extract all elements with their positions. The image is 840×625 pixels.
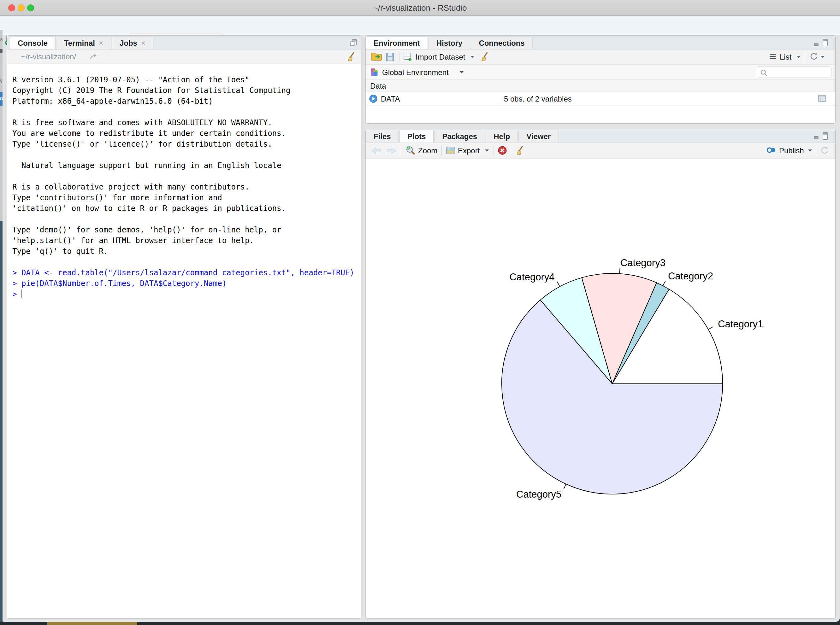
background-bottom-strip (0, 622, 840, 625)
console-line: > DATA <- read.table("/Users/lsalazar/co… (12, 267, 361, 278)
clear-objects-icon[interactable] (480, 51, 490, 63)
refresh-environment-caret[interactable] (821, 56, 824, 60)
tab-plots[interactable]: Plots (399, 130, 434, 143)
expand-object-icon[interactable] (369, 94, 378, 104)
import-dataset-caret[interactable] (471, 56, 474, 60)
tab-label: Files (374, 132, 391, 141)
export-plot-icon[interactable] (446, 146, 455, 156)
save-workspace-icon[interactable] (385, 52, 395, 63)
pie-label: Category4 (509, 272, 555, 283)
column-divider (500, 92, 500, 106)
pane-minmax-icons[interactable] (813, 132, 832, 141)
console-line: You are welcome to redistribute it under… (12, 128, 361, 139)
global-environment-icon (369, 67, 379, 78)
environment-pane: Environment History Connections Import D… (365, 35, 835, 124)
refresh-environment-icon[interactable] (809, 52, 818, 62)
pie-label: Category5 (516, 489, 561, 500)
previous-plot-icon[interactable] (371, 147, 382, 156)
object-value: 5 obs. of 2 variables (504, 95, 572, 103)
console-line (12, 171, 361, 182)
pane-minmax-icons[interactable] (813, 38, 832, 48)
table-row[interactable]: DATA 5 obs. of 2 variables (366, 92, 835, 106)
console-line (12, 214, 361, 224)
goto-directory-icon[interactable] (90, 53, 98, 62)
refresh-plot-icon[interactable] (820, 146, 829, 156)
plots-toolbar: Zoom Export Publish (366, 143, 835, 159)
toolbar-separator (399, 52, 399, 62)
remove-plot-icon[interactable] (498, 146, 507, 156)
tab-help[interactable]: Help (486, 130, 518, 143)
tab-jobs[interactable]: Jobs× (112, 36, 153, 49)
environment-section-header: Data (366, 80, 835, 92)
title-bar: ~/r-visualization - RStudio (0, 0, 840, 16)
toolbar-separator (441, 146, 442, 156)
tab-connections[interactable]: Connections (471, 36, 532, 49)
toolbar-separator (401, 146, 401, 156)
list-view-caret[interactable] (797, 56, 801, 60)
next-plot-icon[interactable] (386, 147, 397, 156)
tab-label: Packages (442, 132, 477, 141)
console-output[interactable]: R version 3.6.1 (2019-07-05) -- "Action … (7, 64, 361, 618)
clear-console-icon[interactable] (346, 51, 357, 63)
minimize-pane-icon (814, 43, 818, 45)
tab-packages[interactable]: Packages (434, 130, 485, 143)
tab-files[interactable]: Files (366, 130, 399, 143)
environment-scope-row: Global Environment (366, 65, 835, 80)
environment-scope-selector[interactable]: Global Environment (382, 68, 449, 77)
console-line: > (12, 289, 361, 300)
main-toolbar: R Addins R r-visualization (0, 16, 840, 35)
background-bottom-segment (47, 622, 137, 625)
console-line: 'help.start()' for an HTML browser inter… (12, 235, 361, 246)
tab-environment[interactable]: Environment (366, 36, 428, 49)
close-icon[interactable]: × (141, 39, 145, 47)
pie-label: Category2 (668, 271, 713, 281)
console-line (12, 149, 361, 160)
object-name[interactable]: DATA (381, 95, 400, 103)
text-cursor (22, 289, 22, 298)
plots-tabstrip: Files Plots Packages Help Viewer (366, 129, 835, 143)
console-tabstrip: Console Terminal× Jobs× (7, 36, 361, 50)
console-line: Type 'q()' to quit R. (12, 246, 361, 257)
pane-restore-icon[interactable] (349, 38, 358, 48)
environment-scope-caret[interactable] (460, 71, 464, 75)
pie-label-tick (708, 327, 713, 330)
section-label: Data (370, 82, 386, 90)
tab-history[interactable]: History (429, 36, 471, 49)
background-sliver-dark (0, 221, 3, 622)
rstudio-window: ~/r-visualization - RStudio R (0, 0, 840, 622)
list-view-icon[interactable] (769, 53, 776, 61)
minimize-pane-icon (814, 136, 818, 139)
console-line: R is free software and comes with ABSOLU… (12, 117, 361, 128)
publish-caret[interactable] (808, 149, 812, 154)
publish-icon[interactable] (767, 146, 776, 155)
export-plot-button[interactable]: Export (458, 146, 480, 155)
console-line: Type 'demo()' for some demos, 'help()' f… (12, 224, 361, 235)
tab-console[interactable]: Console (10, 36, 56, 49)
pie-label-tick (564, 484, 566, 489)
environment-search[interactable] (757, 67, 831, 78)
zoom-plot-icon[interactable] (405, 145, 416, 157)
import-dataset-icon[interactable] (403, 52, 413, 63)
tab-viewer[interactable]: Viewer (519, 130, 558, 143)
export-plot-caret[interactable] (485, 149, 489, 154)
pie-label-tick (557, 281, 560, 286)
console-pathbar: ~/r-visualization/ (7, 50, 361, 64)
toolbar-separator (805, 52, 805, 62)
zoom-plot-button[interactable]: Zoom (418, 146, 437, 155)
view-data-grid-icon[interactable] (818, 94, 826, 104)
publish-button[interactable]: Publish (779, 146, 804, 155)
tab-label: Console (18, 39, 48, 47)
tab-label: Environment (374, 39, 420, 47)
tab-label: History (436, 39, 463, 47)
load-workspace-icon[interactable] (371, 52, 382, 63)
tab-terminal[interactable]: Terminal× (56, 36, 111, 49)
console-line: R version 3.6.1 (2019-07-05) -- "Action … (12, 75, 361, 85)
list-view-button[interactable]: List (780, 53, 792, 62)
toolbar-separator (493, 146, 494, 156)
close-icon[interactable]: × (99, 39, 103, 47)
clear-plots-icon[interactable] (515, 145, 525, 156)
import-dataset-button[interactable]: Import Dataset (416, 53, 465, 62)
background-window-sliver: a y a (0, 30, 3, 622)
plots-pane: Files Plots Packages Help Viewer Zoom (365, 129, 835, 619)
console-line: Copyright (C) 2019 The R Foundation for … (12, 85, 361, 96)
